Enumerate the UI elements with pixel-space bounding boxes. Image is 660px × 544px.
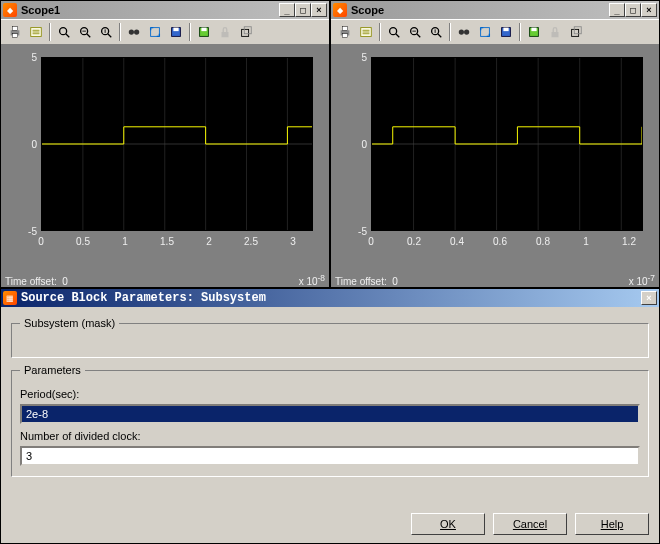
zoom-x-icon[interactable] bbox=[405, 22, 425, 42]
svg-line-8 bbox=[66, 34, 70, 38]
print-icon[interactable] bbox=[5, 22, 25, 42]
scope-axes[interactable] bbox=[371, 57, 643, 231]
close-button[interactable]: × bbox=[641, 3, 657, 17]
x-tick: 0.8 bbox=[536, 236, 550, 247]
block-parameters-dialog: ▦ Source Block Parameters: Subsystem × S… bbox=[0, 288, 660, 544]
save-config-icon[interactable] bbox=[496, 22, 516, 42]
x-exponent: x 10-7 bbox=[629, 273, 655, 287]
scope1-axes[interactable] bbox=[41, 57, 313, 231]
maximize-button[interactable]: □ bbox=[625, 3, 641, 17]
svg-line-13 bbox=[108, 34, 112, 38]
y-tick: 0 bbox=[9, 139, 37, 150]
close-button[interactable]: × bbox=[641, 291, 657, 305]
save-config-icon[interactable] bbox=[166, 22, 186, 42]
svg-rect-33 bbox=[342, 27, 347, 31]
subsystem-legend: Subsystem (mask) bbox=[20, 317, 119, 329]
svg-rect-51 bbox=[503, 28, 508, 32]
period-input[interactable] bbox=[20, 404, 640, 424]
x-tick: 1 bbox=[122, 236, 128, 247]
svg-rect-56 bbox=[574, 27, 581, 34]
svg-line-10 bbox=[87, 34, 91, 38]
restore-config-icon[interactable] bbox=[524, 22, 544, 42]
parameters-legend: Parameters bbox=[20, 364, 85, 376]
zoom-y-icon[interactable] bbox=[426, 22, 446, 42]
scope1-toolbar bbox=[1, 19, 329, 45]
svg-point-7 bbox=[60, 28, 67, 35]
svg-point-47 bbox=[459, 29, 464, 34]
close-button[interactable]: × bbox=[311, 3, 327, 17]
scope-titlebar[interactable]: ◆ Scope _ □ × bbox=[331, 1, 659, 19]
zoom-in-icon[interactable] bbox=[384, 22, 404, 42]
svg-point-39 bbox=[390, 28, 397, 35]
svg-rect-54 bbox=[552, 32, 559, 37]
divided-label: Number of divided clock: bbox=[20, 430, 640, 442]
svg-line-42 bbox=[417, 34, 421, 38]
zoom-in-icon[interactable] bbox=[54, 22, 74, 42]
x-tick: 2 bbox=[206, 236, 212, 247]
svg-rect-21 bbox=[201, 28, 206, 32]
binoculars-icon[interactable] bbox=[454, 22, 474, 42]
scope-plot-area: 5 0 -5 0 0.2 0.4 0.6 0.8 1 1.2 Time offs… bbox=[331, 45, 659, 287]
scope1-plot-area: 5 0 -5 0 0.5 1 1.5 2 2.5 3 Time offset: … bbox=[1, 45, 329, 287]
x-tick: 0 bbox=[38, 236, 44, 247]
y-tick: 5 bbox=[9, 52, 37, 63]
scope-window: ◆ Scope _ □ × bbox=[330, 0, 660, 288]
x-tick: 0.4 bbox=[450, 236, 464, 247]
divided-input[interactable] bbox=[20, 446, 640, 466]
svg-rect-23 bbox=[242, 29, 249, 36]
y-tick: 5 bbox=[339, 52, 367, 63]
x-tick: 0 bbox=[368, 236, 374, 247]
lock-icon[interactable] bbox=[545, 22, 565, 42]
autoscale-icon[interactable] bbox=[475, 22, 495, 42]
restore-config-icon[interactable] bbox=[194, 22, 214, 42]
x-tick: 0.6 bbox=[493, 236, 507, 247]
help-button[interactable]: Help bbox=[575, 513, 649, 535]
svg-rect-55 bbox=[572, 29, 579, 36]
scope1-titlebar[interactable]: ◆ Scope1 _ □ × bbox=[1, 1, 329, 19]
svg-line-45 bbox=[438, 34, 442, 38]
cancel-button[interactable]: Cancel bbox=[493, 513, 567, 535]
parameters-group: Parameters Period(sec): Number of divide… bbox=[11, 364, 649, 477]
x-exponent: x 10-8 bbox=[299, 273, 325, 287]
maximize-button[interactable]: □ bbox=[295, 3, 311, 17]
matlab-icon: ◆ bbox=[333, 3, 347, 17]
parameters-icon[interactable] bbox=[356, 22, 376, 42]
period-label: Period(sec): bbox=[20, 388, 640, 400]
svg-rect-19 bbox=[173, 28, 178, 32]
minimize-button[interactable]: _ bbox=[279, 3, 295, 17]
dialog-titlebar[interactable]: ▦ Source Block Parameters: Subsystem × bbox=[1, 289, 659, 307]
dialog-title: Source Block Parameters: Subsystem bbox=[21, 291, 641, 305]
svg-rect-34 bbox=[342, 34, 347, 38]
y-tick: -5 bbox=[339, 226, 367, 237]
svg-rect-22 bbox=[222, 32, 229, 37]
scope1-title: Scope1 bbox=[21, 4, 279, 16]
autoscale-icon[interactable] bbox=[145, 22, 165, 42]
time-offset-label: Time offset: 0 bbox=[335, 276, 398, 287]
print-icon[interactable] bbox=[335, 22, 355, 42]
svg-rect-53 bbox=[531, 28, 536, 32]
zoom-y-icon[interactable] bbox=[96, 22, 116, 42]
binoculars-icon[interactable] bbox=[124, 22, 144, 42]
x-tick: 1.2 bbox=[622, 236, 636, 247]
minimize-button[interactable]: _ bbox=[609, 3, 625, 17]
scope-title: Scope bbox=[351, 4, 609, 16]
y-tick: 0 bbox=[339, 139, 367, 150]
float-icon[interactable] bbox=[566, 22, 586, 42]
lock-icon[interactable] bbox=[215, 22, 235, 42]
svg-rect-24 bbox=[244, 27, 251, 34]
x-tick: 0.2 bbox=[407, 236, 421, 247]
matlab-icon: ◆ bbox=[3, 3, 17, 17]
float-icon[interactable] bbox=[236, 22, 256, 42]
scope1-window: ◆ Scope1 _ □ × bbox=[0, 0, 330, 288]
x-tick: 1 bbox=[583, 236, 589, 247]
x-tick: 0.5 bbox=[76, 236, 90, 247]
scope-toolbar bbox=[331, 19, 659, 45]
zoom-x-icon[interactable] bbox=[75, 22, 95, 42]
time-offset-label: Time offset: 0 bbox=[5, 276, 68, 287]
simulink-icon: ▦ bbox=[3, 291, 17, 305]
ok-button[interactable]: OK bbox=[411, 513, 485, 535]
svg-rect-49 bbox=[481, 28, 490, 37]
svg-line-40 bbox=[396, 34, 400, 38]
parameters-icon[interactable] bbox=[26, 22, 46, 42]
x-tick: 3 bbox=[290, 236, 296, 247]
